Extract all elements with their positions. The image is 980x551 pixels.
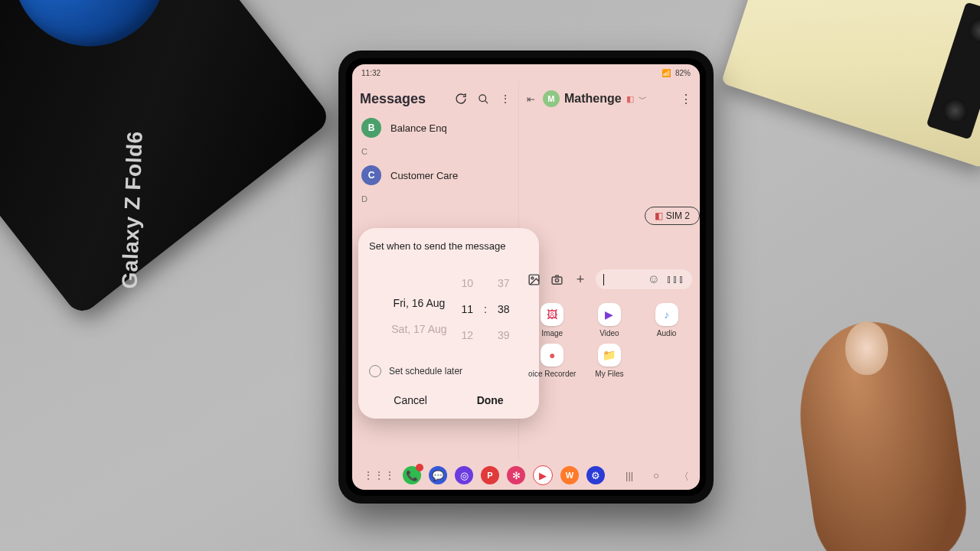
- minute-selected[interactable]: 38: [498, 303, 510, 315]
- attach-my-files[interactable]: 📁My Files: [584, 344, 635, 378]
- schedule-later-option[interactable]: Set schedule later: [369, 365, 528, 377]
- fingernail: [845, 321, 888, 375]
- messages-pane: Messages ⋮ B Balance Enq C C: [352, 81, 519, 461]
- status-time: 11:32: [361, 69, 381, 77]
- apps-grid-icon[interactable]: ⋮⋮⋮: [363, 469, 395, 481]
- chat-app-icon[interactable]: 💬: [429, 466, 447, 484]
- done-button[interactable]: Done: [471, 390, 510, 411]
- svg-point-2: [531, 276, 534, 279]
- more-icon[interactable]: ⋮: [680, 92, 692, 106]
- svg-point-0: [479, 94, 486, 101]
- app-icon[interactable]: P: [481, 466, 499, 484]
- plus-icon[interactable]: +: [573, 272, 588, 287]
- list-item[interactable]: B Balance Enq: [360, 112, 511, 144]
- avatar: M: [543, 90, 560, 107]
- avatar: C: [361, 165, 381, 185]
- product-box: Galaxy Z Fold6: [0, 0, 333, 318]
- box-badge: [0, 0, 198, 78]
- compose-row: + ☺ ⫾⫾⫾: [527, 269, 692, 289]
- date-selected[interactable]: Fri, 16 Aug: [394, 297, 446, 309]
- conversation-pane: ⇤ M Mathenge ◧ ﹀ ⋮ ◧SIM 2: [519, 81, 700, 461]
- tablet-frame: 11:32 📶 82% Messages ⋮: [338, 51, 714, 504]
- camera-icon[interactable]: [550, 272, 565, 287]
- chevron-down-icon[interactable]: ﹀: [639, 93, 647, 105]
- conversation-header[interactable]: ⇤ M Mathenge ◧ ﹀: [527, 90, 647, 107]
- attachment-grid: 🖼Image ▶Video ♪Audio ●oice Recorder 📁My …: [527, 303, 692, 378]
- youtube-app-icon[interactable]: ▶: [533, 465, 553, 485]
- browser-app-icon[interactable]: ◎: [455, 466, 473, 484]
- section-header: D: [360, 191, 511, 207]
- svg-point-4: [556, 279, 559, 282]
- wooden-block: [721, 0, 980, 168]
- desk-surface: Galaxy Z Fold6 11:32 📶 82% Messages: [0, 0, 980, 551]
- attach-image[interactable]: 🖼Image: [527, 303, 578, 337]
- hinge: [926, 2, 980, 139]
- schedule-dialog: Set when to send the message Fri, 16 Aug…: [358, 228, 539, 419]
- section-header: C: [360, 144, 511, 159]
- search-icon[interactable]: [478, 93, 489, 105]
- settings-app-icon[interactable]: ⚙: [586, 466, 605, 484]
- emoji-icon[interactable]: ☺: [648, 272, 660, 286]
- message-input[interactable]: ☺ ⫾⫾⫾: [596, 269, 692, 289]
- app-icon[interactable]: W: [560, 466, 579, 484]
- radio-icon: [369, 365, 381, 377]
- attach-video[interactable]: ▶Video: [584, 303, 635, 337]
- attach-audio[interactable]: ♪Audio: [641, 303, 692, 337]
- hour-selected[interactable]: 11: [461, 303, 473, 315]
- status-signal: 📶: [662, 69, 671, 77]
- dialog-title: Set when to send the message: [369, 240, 528, 252]
- messages-title: Messages: [360, 91, 426, 107]
- voice-wave-icon[interactable]: ⫾⫾⫾: [666, 272, 684, 286]
- box-label: Galaxy Z Fold6: [118, 131, 148, 289]
- gallery-icon[interactable]: [527, 272, 542, 287]
- nav-home[interactable]: ○: [653, 470, 659, 484]
- sim-chip[interactable]: ◧SIM 2: [645, 207, 700, 225]
- contact-name: Balance Enq: [390, 122, 447, 134]
- collapse-icon[interactable]: ⇤: [527, 93, 535, 105]
- contact-name: Customer Care: [390, 170, 458, 181]
- avatar: B: [361, 118, 381, 138]
- nav-back[interactable]: 〈: [679, 470, 689, 484]
- status-battery: 82%: [675, 69, 691, 77]
- list-item[interactable]: C Customer Care: [360, 159, 511, 191]
- nav-recents[interactable]: |||: [626, 470, 633, 484]
- more-icon[interactable]: ⋮: [500, 93, 511, 105]
- taskbar: ⋮⋮⋮ 📞 💬 ◎ P ✻ ▶ W ⚙ ||| ○ 〈: [352, 461, 700, 490]
- svg-rect-3: [553, 276, 563, 283]
- status-bar: 11:32 📶 82%: [352, 64, 700, 81]
- datetime-picker[interactable]: Fri, 16 Aug Sat, 17 Aug 10 11 12 : 37: [369, 267, 528, 351]
- screen: 11:32 📶 82% Messages ⋮: [352, 64, 700, 490]
- attach-voice-recorder[interactable]: ●oice Recorder: [527, 344, 578, 378]
- cancel-button[interactable]: Cancel: [387, 390, 433, 411]
- app-icon[interactable]: ✻: [507, 466, 525, 484]
- compose-icon[interactable]: [455, 93, 467, 105]
